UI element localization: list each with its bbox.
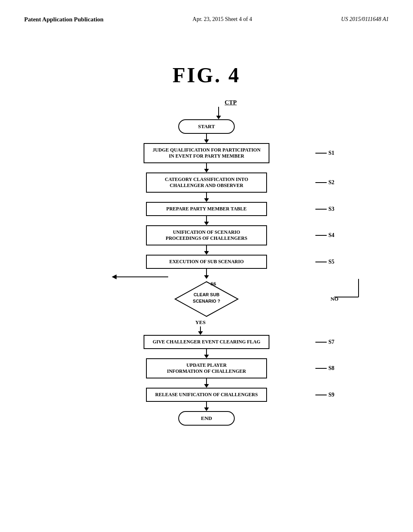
diamond-svg: CLEAR SUB SCENARIO ?: [174, 281, 239, 317]
s5-label: S5: [328, 259, 334, 265]
s7-indicator: S7: [315, 339, 334, 345]
figure-title: FIG. 4: [0, 63, 413, 87]
s9-indicator: S9: [315, 392, 334, 398]
s8-box: UPDATE PLAYER INFORMATION OF CHALLENGER: [146, 358, 267, 378]
header-date-sheet: Apr. 23, 2015 Sheet 4 of 4: [192, 16, 252, 23]
s7-box: GIVE CHALLENGER EVENT CLEARING FLAG: [144, 335, 269, 349]
ctp-arrow: [216, 107, 221, 119]
s2-label: S2: [328, 179, 334, 186]
start-box: START: [178, 119, 235, 134]
flowchart: CTP START JUDGE QUALIFICATION FOR PARTIC…: [0, 99, 413, 426]
end-node: END: [0, 411, 413, 426]
decision-s6: S6 CLEAR SUB SCENARIO ? NO: [0, 279, 413, 335]
s3-box: PREPARE PARTY MEMBER TABLE: [146, 202, 267, 216]
s2-box: CATEGORY CLASSIFICATION INTO CHALLENGER …: [146, 172, 267, 193]
ctp-label: CTP: [225, 99, 237, 106]
page: Patent Application Publication Apr. 23, …: [0, 0, 413, 532]
header-patent-label: Patent Application Publication: [24, 16, 104, 23]
s7-label: S7: [328, 339, 334, 345]
s1-box: JUDGE QUALIFICATION FOR PARTICIPATION IN…: [144, 143, 269, 163]
s4-box: UNIFICATION OF SCENARIO PROCEEDINGS OF C…: [146, 225, 267, 245]
header: Patent Application Publication Apr. 23, …: [0, 0, 413, 23]
s4-indicator: S4: [315, 232, 334, 239]
header-us-number: US 2015/0111648 A1: [341, 16, 389, 23]
step-s9: RELEASE UNIFICATION OF CHALLENGERS S9: [0, 388, 413, 402]
s4-label: S4: [328, 232, 334, 239]
step-s3: PREPARE PARTY MEMBER TABLE S3: [0, 202, 413, 216]
start-node: START: [0, 119, 413, 134]
step-s8: UPDATE PLAYER INFORMATION OF CHALLENGER …: [0, 358, 413, 378]
s9-box: RELEASE UNIFICATION OF CHALLENGERS: [146, 388, 267, 402]
s6-step-label: S6: [211, 281, 216, 287]
s3-indicator: S3: [315, 206, 334, 212]
s5-indicator: S5: [315, 259, 334, 265]
no-arrow-svg: [334, 279, 383, 315]
step-s7: GIVE CHALLENGER EVENT CLEARING FLAG S7: [0, 335, 413, 349]
svg-text:CLEAR SUB: CLEAR SUB: [194, 292, 219, 297]
s9-label: S9: [328, 392, 334, 398]
s8-label: S8: [328, 365, 334, 372]
step-s2: CATEGORY CLASSIFICATION INTO CHALLENGER …: [0, 172, 413, 193]
step-s1: JUDGE QUALIFICATION FOR PARTICIPATION IN…: [0, 143, 413, 163]
yes-label: YES: [195, 319, 205, 326]
s2-indicator: S2: [315, 179, 334, 186]
end-box: END: [178, 411, 235, 426]
s1-indicator: S1: [315, 150, 334, 156]
step-s4: UNIFICATION OF SCENARIO PROCEEDINGS OF C…: [0, 225, 413, 245]
svg-text:SCENARIO ?: SCENARIO ?: [193, 299, 220, 303]
s3-label: S3: [328, 206, 334, 212]
step-s5: EXECUTION OF SUB SCENARIO S5: [0, 255, 413, 269]
s1-label: S1: [328, 150, 334, 156]
s8-indicator: S8: [315, 365, 334, 372]
